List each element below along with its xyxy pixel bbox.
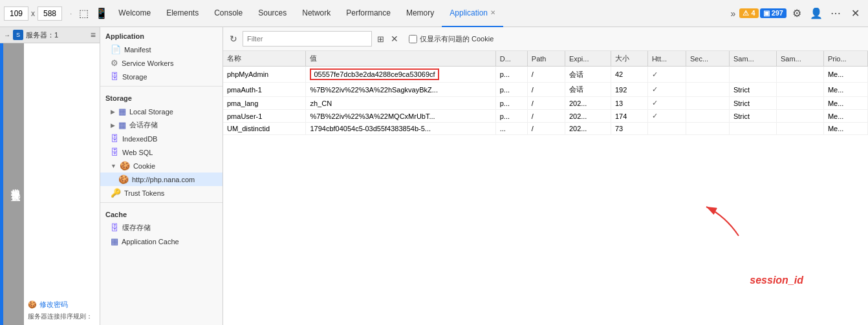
device-icon-btn[interactable]: 📱: [92, 5, 111, 23]
coord-x-input[interactable]: [4, 6, 28, 21]
cookie-path-cell: /: [527, 110, 565, 123]
tab-network[interactable]: Network: [294, 0, 338, 27]
tab-console[interactable]: Console: [206, 0, 250, 27]
cookie-path-cell: /: [527, 97, 565, 110]
tree-item-storage-top[interactable]: 🗄 Storage: [100, 70, 222, 83]
cookie-samesite2-cell: [776, 97, 823, 110]
cookie-tree-icon: 🍪: [120, 161, 130, 171]
show-issues-checkbox[interactable]: [409, 35, 417, 43]
server-icon: S: [13, 30, 23, 40]
cookie-domain-cell: p...: [495, 67, 527, 83]
tree-item-websql[interactable]: 🗄 Web SQL: [100, 145, 222, 159]
nav-tabs: Welcome Elements Console Sources Network…: [111, 0, 726, 27]
cookie-path-cell: /: [527, 123, 565, 135]
col-path[interactable]: Path: [527, 51, 565, 67]
table-row[interactable]: pmaUser-1 %7B%22iv%22%3A%22MQCxMrUbT... …: [223, 110, 868, 123]
tree-divider-1: [100, 86, 222, 87]
more-tabs-button[interactable]: »: [727, 0, 740, 27]
col-samesite2[interactable]: Sam...: [776, 51, 823, 67]
col-http[interactable]: Htt...: [647, 51, 686, 67]
cookie-samesite2-cell: [776, 67, 823, 83]
refresh-button[interactable]: ↻: [228, 32, 239, 45]
tab-performance[interactable]: Performance: [338, 0, 398, 27]
tree-item-cookie-url[interactable]: 🍪 http://php.nana.com: [100, 173, 222, 186]
change-password-link[interactable]: 🍪 修改密码: [28, 300, 96, 309]
cookie-secure-cell: [686, 123, 729, 135]
cookie-name-cell: phpMyAdmin: [223, 67, 306, 83]
tab-elements[interactable]: Elements: [158, 0, 206, 27]
col-secure[interactable]: Sec...: [686, 51, 729, 67]
app-cache-label: Application Cache: [122, 238, 179, 246]
col-value[interactable]: 值: [306, 51, 495, 67]
sidebar-note: 服务器连接排序规则：: [28, 312, 96, 321]
session-storage-icon: ▦: [118, 120, 126, 130]
cookie-value-cell: 1794cbf04054c5-03d55f4383854b-5...: [306, 123, 495, 135]
show-issues-label[interactable]: 仅显示有问题的 Cookie: [420, 34, 494, 44]
tree-item-local-storage[interactable]: ▶ ▦ Local Storage: [100, 105, 222, 118]
col-samesite1[interactable]: Sam...: [729, 51, 776, 67]
cookie-secure-cell: [686, 110, 729, 123]
cookie-url-icon: 🍪: [118, 174, 129, 184]
col-size[interactable]: 大小: [611, 51, 647, 67]
cookie-samesite1-cell: Strict: [729, 110, 776, 123]
table-row[interactable]: phpMyAdmin 05557fe7dcb3e2da4288ce9ca5306…: [223, 67, 868, 83]
settings-icon-btn[interactable]: ⚙: [788, 5, 806, 23]
cookie-expiry-cell: 202...: [565, 97, 611, 110]
cookie-secure-cell: [686, 97, 729, 110]
close-devtools-btn[interactable]: ✕: [846, 5, 864, 23]
tab-application[interactable]: Application ✕: [442, 0, 503, 27]
cookie-table-body: phpMyAdmin 05557fe7dcb3e2da4288ce9ca5306…: [223, 67, 868, 135]
tree-item-session-storage[interactable]: ▶ ▦ 会话存储: [100, 118, 222, 132]
table-row[interactable]: pma_lang zh_CN p... / 202... 13 ✓ Strict…: [223, 97, 868, 110]
col-priority[interactable]: Prio...: [823, 51, 867, 67]
tab-memory[interactable]: Memory: [398, 0, 442, 27]
coord-y-input[interactable]: [38, 6, 62, 21]
filter-input[interactable]: [243, 31, 372, 47]
tab-close-icon[interactable]: ✕: [490, 9, 495, 16]
tab-welcome[interactable]: Welcome: [111, 0, 158, 27]
cookie-samesite1-cell: Strict: [729, 83, 776, 97]
tab-sources[interactable]: Sources: [250, 0, 294, 27]
cookie-domain-cell: p...: [495, 83, 527, 97]
cookie-samesite2-cell: [776, 123, 823, 135]
table-row[interactable]: pmaAuth-1 %7B%22iv%22%3A%22hSagkvayBkZ..…: [223, 83, 868, 97]
table-header-row: 名称 值 D... Path Expi... 大小 Htt... Sec... …: [223, 51, 868, 67]
cookie-size-cell: 13: [611, 97, 647, 110]
change-password-label: 修改密码: [39, 300, 68, 309]
more-icon-btn[interactable]: ⋯: [827, 5, 845, 23]
cookie-http-cell: [647, 123, 686, 135]
cookie-name-cell: pmaAuth-1: [223, 83, 306, 97]
cookie-size-cell: 192: [611, 83, 647, 97]
service-workers-label: Service Workers: [122, 59, 173, 67]
cookie-icon: 🍪: [28, 300, 37, 309]
table-row[interactable]: UM_distinctid 1794cbf04054c5-03d55f43838…: [223, 123, 868, 135]
cookie-table: 名称 值 D... Path Expi... 大小 Htt... Sec... …: [223, 51, 868, 135]
cursor-icon-btn[interactable]: ⬚: [74, 5, 92, 23]
expand-arrow-cookie: ▼: [111, 163, 116, 169]
tree-item-trust-tokens[interactable]: 🔑 Trust Tokens: [100, 186, 222, 200]
info-badge: ▣ 297: [760, 8, 787, 18]
cookie-expiry-cell: 202...: [565, 110, 611, 123]
tree-divider-2: [100, 202, 222, 203]
tree-item-cache-storage[interactable]: 🗄 缓存存储: [100, 221, 222, 235]
hamburger-icon[interactable]: ≡: [91, 30, 96, 40]
tree-item-service-workers[interactable]: ⚙ Service Workers: [100, 56, 222, 70]
cookie-value-cell: 05557fe7dcb3e2da4288ce9ca53069cf: [306, 67, 495, 83]
col-name[interactable]: 名称: [223, 51, 306, 67]
col-expiry[interactable]: Expi...: [565, 51, 611, 67]
local-storage-icon: ▦: [118, 107, 126, 116]
service-workers-icon: ⚙: [111, 58, 118, 68]
profile-icon-btn[interactable]: 👤: [807, 5, 825, 23]
cookie-value-cell: %7B%22iv%22%3A%22hSagkvayBkZ...: [306, 83, 495, 97]
col-domain[interactable]: D...: [495, 51, 527, 67]
tree-item-app-cache[interactable]: ▦ Application Cache: [100, 235, 222, 248]
cookie-http-cell: ✓: [647, 83, 686, 97]
cookie-http-cell: ✓: [647, 110, 686, 123]
cookie-path-cell: /: [527, 83, 565, 97]
clear-filter-button[interactable]: ✕: [389, 32, 400, 45]
filter-columns-button[interactable]: ⊞: [376, 33, 385, 45]
tree-item-manifest[interactable]: 📄 Manifest: [100, 43, 222, 56]
tree-item-indexeddb[interactable]: 🗄 IndexedDB: [100, 132, 222, 145]
tree-item-cookie[interactable]: ▼ 🍪 Cookie: [100, 159, 222, 173]
storage-top-icon: 🗄: [111, 72, 119, 81]
